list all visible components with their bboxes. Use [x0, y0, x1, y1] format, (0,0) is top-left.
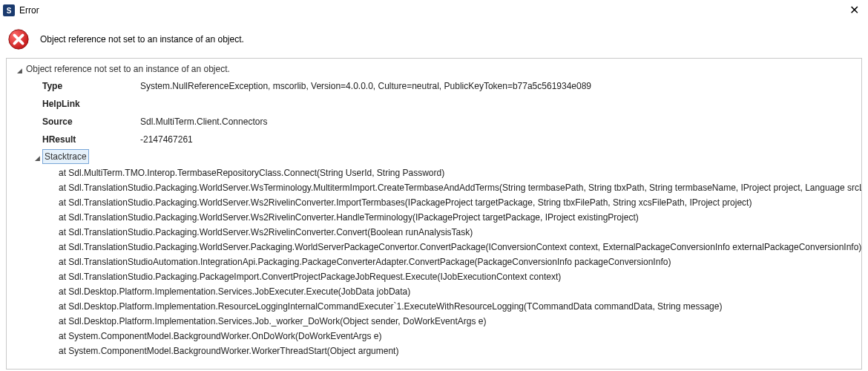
property-row-source: ◢ Source Sdl.MultiTerm.Client.Connectors	[10, 114, 858, 131]
property-row-hresult: ◢ HResult -2147467261	[10, 131, 858, 149]
stacktrace-line: at Sdl.Desktop.Platform.Implementation.S…	[59, 314, 858, 329]
window-title: Error	[19, 5, 39, 16]
tree-root-label: Object reference not set to an instance …	[24, 62, 231, 76]
collapse-icon[interactable]: ◢	[32, 149, 42, 165]
stacktrace-line: at Sdl.TranslationStudio.Packaging.World…	[59, 195, 858, 210]
hresult-value: -2147467261	[140, 131, 858, 149]
stacktrace-line: at Sdl.TranslationStudio.Packaging.World…	[59, 180, 858, 195]
type-label: Type	[42, 78, 140, 96]
property-row-helplink: ◢ HelpLink	[10, 96, 858, 114]
details-panel: ◢ Object reference not set to an instanc…	[6, 58, 862, 370]
stacktrace-label: Stacktrace	[42, 149, 89, 164]
app-icon: S	[3, 4, 15, 16]
error-icon	[7, 28, 30, 50]
stacktrace-line: at Sdl.TranslationStudio.Packaging.Packa…	[59, 269, 858, 284]
stacktrace-line: at Sdl.TranslationStudioAutomation.Integ…	[59, 255, 858, 269]
type-value: System.NullReferenceException, mscorlib,…	[140, 78, 858, 96]
property-row-type: ◢ Type System.NullReferenceException, ms…	[10, 78, 858, 96]
stacktrace-line: at Sdl.TranslationStudio.Packaging.World…	[59, 210, 858, 225]
tree-stacktrace[interactable]: ◢ Stacktrace	[10, 149, 858, 165]
stacktrace-line: at Sdl.MultiTerm.TMO.Interop.TermbaseRep…	[59, 165, 858, 180]
error-header: Object reference not set to an instance …	[0, 21, 868, 58]
stacktrace-line: at System.ComponentModel.BackgroundWorke…	[59, 344, 858, 358]
stacktrace-line: at Sdl.Desktop.Platform.Implementation.S…	[59, 284, 858, 299]
hresult-label: HResult	[42, 131, 140, 149]
stacktrace-line: at Sdl.TranslationStudio.Packaging.World…	[59, 240, 858, 255]
tree-root[interactable]: ◢ Object reference not set to an instanc…	[10, 62, 858, 78]
close-icon[interactable]: ✕	[845, 3, 864, 18]
helplink-label: HelpLink	[42, 96, 140, 114]
source-value: Sdl.MultiTerm.Client.Connectors	[140, 114, 858, 131]
titlebar: S Error ✕	[0, 0, 868, 21]
collapse-icon[interactable]: ◢	[14, 62, 24, 78]
helplink-value	[140, 96, 858, 114]
stacktrace-line: at Sdl.Desktop.Platform.Implementation.R…	[59, 299, 858, 314]
stacktrace-lines: at Sdl.MultiTerm.TMO.Interop.TermbaseRep…	[10, 165, 858, 358]
source-label: Source	[42, 114, 140, 131]
titlebar-left: S Error	[3, 4, 39, 16]
error-message: Object reference not set to an instance …	[40, 34, 244, 45]
stacktrace-line: at System.ComponentModel.BackgroundWorke…	[59, 329, 858, 344]
stacktrace-line: at Sdl.TranslationStudio.Packaging.World…	[59, 225, 858, 240]
